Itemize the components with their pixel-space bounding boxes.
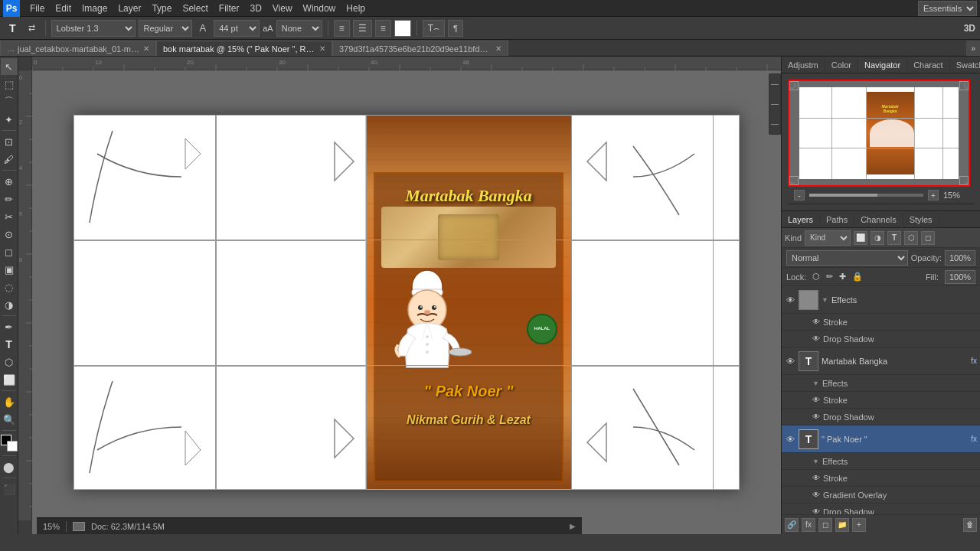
navigator-thumbnail[interactable]: MartabakBangka	[788, 80, 970, 187]
lock-image-icon[interactable]: ✏	[826, 272, 833, 282]
zoom-slider[interactable]	[809, 194, 923, 197]
align-center-btn[interactable]: ☰	[353, 20, 372, 37]
add-mask-btn[interactable]: ◻	[818, 518, 832, 532]
shape-tool[interactable]: ⬜	[1, 371, 18, 388]
font-family-select[interactable]: Lobster 1.3	[51, 20, 136, 37]
clone-tool[interactable]: ✂	[1, 208, 18, 225]
tab-3[interactable]: 379d3f1a45735e6be21b20d9ee11bfdb_chef-cl…	[332, 41, 508, 56]
menu-help[interactable]: Help	[341, 2, 371, 15]
opacity-value[interactable]: 100%	[945, 250, 975, 266]
quick-mask-btn[interactable]: ⬤	[1, 458, 18, 475]
tab-3-close[interactable]: ✕	[495, 44, 501, 53]
panel-collapse-handle[interactable]	[769, 73, 781, 135]
character-paragraph-btn[interactable]: ¶	[448, 20, 463, 37]
blur-tool[interactable]: ◌	[1, 279, 18, 295]
tab-channels[interactable]: Channels	[854, 214, 903, 226]
effect-eye-5[interactable]: 👁	[812, 474, 820, 482]
lasso-tool[interactable]: ⌒	[1, 93, 18, 110]
path-tool[interactable]: ⬡	[1, 354, 18, 370]
expand-arrow[interactable]: ▼	[822, 296, 828, 304]
screen-mode-btn[interactable]: ⬛	[1, 481, 18, 497]
fg-bg-swatches[interactable]	[1, 435, 18, 452]
dodge-tool[interactable]: ◑	[1, 296, 18, 313]
effect-eye-4[interactable]: 👁	[812, 412, 820, 421]
history-tool[interactable]: ⊙	[1, 226, 18, 243]
menu-layer[interactable]: Layer	[113, 2, 146, 15]
expand-3[interactable]: ▼	[812, 458, 819, 465]
gradient-tool[interactable]: ▣	[1, 261, 18, 278]
panel-tab-adjustments[interactable]: Adjustm	[782, 59, 825, 71]
eraser-tool[interactable]: ◻	[1, 243, 18, 260]
tab-2[interactable]: bok martabak @ 15% (" Pak Noer ", RGB/8)…	[156, 41, 332, 56]
zoom-out-btn[interactable]: -	[794, 190, 805, 201]
heal-tool[interactable]: ⊕	[1, 173, 18, 190]
layer-vis-2[interactable]: 👁	[785, 356, 795, 367]
layer-pak-noer[interactable]: 👁 T " Pak Noer " fx	[782, 425, 980, 453]
layer-vis-eye[interactable]: 👁	[785, 295, 795, 305]
layer-martabak-bangka[interactable]: 👁 T Martabak Bangka fx	[782, 347, 980, 375]
selection-tool[interactable]: ⬚	[1, 76, 18, 93]
fill-value[interactable]: 100%	[945, 270, 975, 284]
filter-kind-select[interactable]: Kind	[805, 230, 851, 246]
zoom-in-btn[interactable]: +	[928, 190, 939, 201]
menu-window[interactable]: Window	[298, 2, 341, 15]
workspace-selector[interactable]: Essentials	[918, 1, 977, 16]
tab-paths[interactable]: Paths	[820, 214, 854, 226]
text-orientation-btn[interactable]: ⇄	[24, 20, 40, 37]
layer-vis-3[interactable]: 👁	[785, 434, 795, 445]
eyedropper-tool[interactable]: 🖋	[1, 151, 18, 168]
tab-layers[interactable]: Layers	[782, 214, 820, 226]
zoom-tool[interactable]: 🔍	[1, 411, 18, 428]
canvas-content[interactable]: Martabak Bangka	[32, 70, 781, 534]
menu-edit[interactable]: Edit	[50, 2, 77, 15]
align-left-btn[interactable]: ≡	[334, 20, 350, 37]
warp-text-btn[interactable]: T⌢	[423, 20, 445, 37]
panel-tab-navigator[interactable]: Navigator	[858, 59, 907, 71]
delete-layer-btn[interactable]: 🗑	[963, 518, 977, 532]
menu-image[interactable]: Image	[77, 2, 113, 15]
new-layer-btn[interactable]: +	[852, 518, 866, 532]
menu-3d[interactable]: 3D	[244, 2, 266, 15]
tab-styles[interactable]: Styles	[903, 214, 939, 226]
tab-1-close[interactable]: ✕	[143, 44, 149, 53]
filter-smart-btn[interactable]: ◻	[921, 231, 935, 245]
effect-eye-7[interactable]: 👁	[812, 507, 820, 514]
font-style-select[interactable]: Regular	[139, 20, 192, 37]
filter-adjustment-btn[interactable]: ◑	[871, 231, 884, 245]
tab-1[interactable]: … jual_cetakbox-martabak_01-murah_b2.jpg…	[0, 41, 156, 56]
panel-tab-color[interactable]: Color	[825, 59, 858, 71]
filter-shape-btn[interactable]: ⬡	[904, 231, 918, 245]
anti-alias-select[interactable]: None	[276, 20, 322, 37]
text-color-swatch[interactable]	[394, 20, 411, 37]
panel-tab-swatches[interactable]: Swatche	[950, 59, 980, 71]
pen-tool[interactable]: ✒	[1, 318, 18, 335]
panel-tab-character[interactable]: Charact	[907, 59, 950, 71]
move-tool[interactable]: ↖	[1, 58, 18, 75]
add-style-btn[interactable]: fx	[802, 518, 815, 532]
hand-tool[interactable]: ✋	[1, 393, 18, 410]
text-tool-icon[interactable]: T	[5, 20, 21, 37]
menu-filter[interactable]: Filter	[214, 2, 245, 15]
canvas-preview-icon[interactable]	[73, 522, 85, 531]
lock-position-icon[interactable]: ✚	[839, 272, 846, 282]
menu-file[interactable]: File	[24, 2, 50, 15]
forward-btn[interactable]: ▶	[570, 522, 576, 530]
menu-view[interactable]: View	[267, 2, 298, 15]
effect-eye-3[interactable]: 👁	[812, 396, 820, 404]
effect-eye-6[interactable]: 👁	[812, 491, 820, 499]
filter-type-btn[interactable]: T	[887, 231, 901, 245]
link-layers-btn[interactable]: 🔗	[785, 518, 799, 532]
tab-2-close[interactable]: ✕	[319, 44, 325, 53]
wand-tool[interactable]: ✦	[1, 111, 18, 128]
effect-eye-2[interactable]: 👁	[812, 334, 820, 343]
lock-all-icon[interactable]: 🔒	[852, 272, 863, 282]
lock-transparent-icon[interactable]: ⬡	[812, 272, 820, 282]
filter-pixel-btn[interactable]: ⬜	[854, 231, 867, 245]
menu-select[interactable]: Select	[177, 2, 213, 15]
menu-type[interactable]: Type	[146, 2, 177, 15]
brush-tool[interactable]: ✏	[1, 191, 18, 207]
align-right-btn[interactable]: ≡	[375, 20, 391, 37]
tabs-overflow-btn[interactable]: »	[966, 41, 980, 56]
blend-mode-select[interactable]: Normal	[786, 250, 908, 266]
text-tool[interactable]: T	[1, 336, 18, 353]
